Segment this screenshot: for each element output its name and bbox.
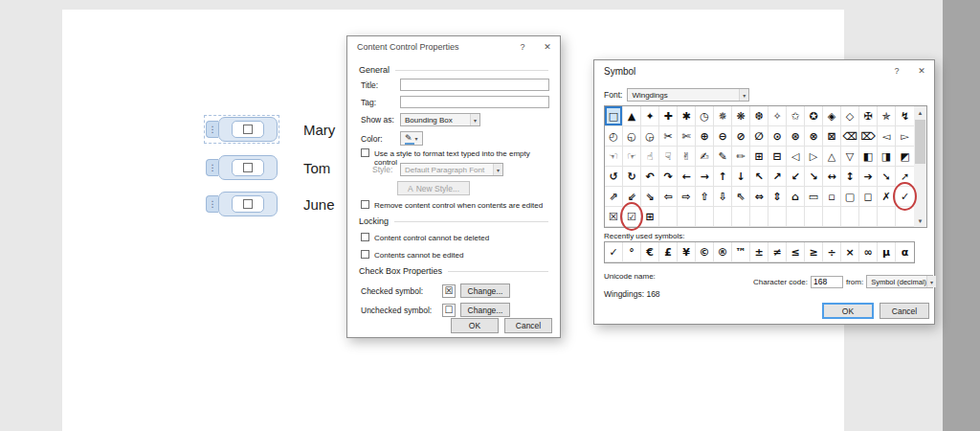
symbol-cell[interactable]: ⊙ (768, 126, 787, 147)
symbol-cell[interactable]: □ (605, 106, 623, 126)
symbol-cell[interactable]: ↖ (750, 167, 768, 187)
symbol-cell[interactable]: ◶ (641, 126, 659, 147)
symbol-cell[interactable]: ❆ (750, 106, 768, 126)
symbol-cell[interactable]: ◇ (841, 106, 859, 126)
symbol-cell[interactable]: ⇗ (605, 187, 623, 207)
symbol-cell[interactable]: ⊘ (732, 126, 750, 147)
symbol-cell[interactable]: ↷ (659, 167, 678, 187)
checkbox-content-control[interactable]: ⋮ (206, 192, 278, 216)
symbol-cell[interactable]: ⊖ (714, 126, 732, 147)
symbol-cell[interactable]: ✵ (714, 106, 732, 126)
scroll-down-icon[interactable]: ▼ (914, 215, 926, 227)
symbol-cell[interactable]: ⇙ (623, 187, 641, 207)
symbol-cell[interactable]: △ (823, 147, 841, 167)
symbol-grid-scrollbar[interactable]: ▲ ▼ (914, 105, 927, 228)
symbol-cell[interactable]: ↻ (623, 167, 641, 187)
symbol-cell[interactable]: ⌫ (841, 126, 859, 147)
symbol-cell[interactable]: ⇦ (659, 187, 678, 207)
ok-button[interactable]: OK (822, 303, 874, 319)
symbol-cell[interactable] (732, 207, 750, 227)
symbol-cell[interactable]: ✩ (787, 106, 805, 126)
symbol-cell[interactable]: → (696, 167, 714, 187)
scroll-up-icon[interactable]: ▲ (914, 106, 926, 119)
recent-symbol-cell[interactable]: ∞ (859, 242, 878, 262)
symbol-cell[interactable]: ✂ (659, 126, 678, 147)
recent-symbol-cell[interactable]: £ (659, 242, 678, 262)
symbol-cell[interactable]: ✦ (641, 106, 659, 126)
symbol-cell[interactable]: ↺ (605, 167, 623, 187)
remove-control-checkbox[interactable]: Remove content control when contents are… (361, 201, 552, 210)
symbol-cell[interactable]: ⇧ (696, 187, 714, 207)
symbol-cell[interactable]: ↑ (714, 167, 732, 187)
dialog-titlebar[interactable]: Symbol ? ✕ (594, 60, 934, 81)
help-button[interactable]: ? (510, 36, 535, 57)
recent-symbol-cell[interactable]: © (696, 242, 714, 262)
symbol-cell[interactable]: ☟ (659, 147, 678, 167)
symbol-cell[interactable]: ☞ (623, 147, 641, 167)
color-picker-button[interactable]: ✎ ▾ (400, 131, 423, 146)
change-checked-button[interactable]: Change... (460, 284, 510, 298)
symbol-cell[interactable]: ✚ (659, 106, 678, 126)
symbol-cell[interactable]: ◈ (823, 106, 841, 126)
symbol-cell[interactable]: ▭ (805, 187, 823, 207)
recent-symbol-cell[interactable]: × (841, 242, 859, 262)
symbol-cell[interactable]: ✱ (678, 106, 696, 126)
cancel-button[interactable]: Cancel (880, 303, 929, 319)
title-input[interactable] (400, 79, 549, 91)
symbol-cell[interactable]: ✄ (678, 126, 696, 147)
tag-input[interactable] (400, 96, 549, 108)
symbol-cell[interactable]: ✗ (878, 187, 896, 207)
help-button[interactable]: ? (884, 60, 909, 81)
symbol-cell[interactable]: ◁ (787, 147, 805, 167)
symbol-cell[interactable]: ↘ (805, 167, 823, 187)
symbol-cell[interactable]: ☒ (605, 207, 623, 227)
symbol-cell[interactable]: ✓ (896, 187, 914, 207)
symbol-cell[interactable]: ↯ (896, 106, 914, 126)
symbol-cell[interactable] (678, 207, 696, 227)
symbol-cell[interactable]: ✪ (805, 106, 823, 126)
symbol-cell[interactable]: ⇔ (750, 187, 768, 207)
symbol-cell[interactable]: ✧ (768, 106, 787, 126)
symbol-cell[interactable]: ◧ (859, 147, 878, 167)
symbol-cell[interactable] (696, 207, 714, 227)
cannot-delete-checkbox[interactable]: Content control cannot be deleted (361, 234, 552, 242)
from-dropdown[interactable]: Symbol (decimal) ▾ (866, 275, 933, 288)
symbol-cell[interactable]: ❋ (732, 106, 750, 126)
symbol-cell[interactable]: ⇕ (768, 187, 787, 207)
symbol-cell[interactable] (823, 207, 841, 227)
change-unchecked-button[interactable]: Change... (460, 303, 510, 317)
symbol-cell[interactable]: ◷ (696, 106, 714, 126)
symbol-cell[interactable]: ⊛ (787, 126, 805, 147)
symbol-cell[interactable]: ↗ (768, 167, 787, 187)
symbol-cell[interactable] (787, 207, 805, 227)
symbol-cell[interactable]: ↓ (732, 167, 750, 187)
symbol-cell[interactable]: ◵ (623, 126, 641, 147)
symbol-cell[interactable]: ← (678, 167, 696, 187)
symbol-cell[interactable]: ▻ (896, 126, 914, 147)
recent-symbol-cell[interactable]: α (896, 242, 914, 262)
symbol-cell[interactable]: ⊗ (805, 126, 823, 147)
scrollbar-thumb[interactable] (915, 120, 925, 164)
symbol-cell[interactable]: ▢ (841, 187, 859, 207)
symbol-cell[interactable]: ▷ (805, 147, 823, 167)
symbol-cell[interactable]: ↶ (641, 167, 659, 187)
symbol-cell[interactable]: ✎ (714, 147, 732, 167)
symbol-cell[interactable] (750, 207, 768, 227)
symbol-cell[interactable]: ↙ (787, 167, 805, 187)
recent-symbol-cell[interactable]: ✓ (605, 242, 623, 262)
symbol-cell[interactable]: ⇨ (678, 187, 696, 207)
style-dropdown[interactable]: Default Paragraph Font ▾ (400, 163, 503, 176)
symbol-cell[interactable]: ✍ (696, 147, 714, 167)
recent-symbol-cell[interactable]: ÷ (823, 242, 841, 262)
content-control-grip[interactable]: ⋮ (206, 195, 218, 213)
recent-symbol-cell[interactable]: ™ (732, 242, 750, 262)
symbol-cell[interactable]: ✌ (678, 147, 696, 167)
symbol-cell[interactable]: ⊞ (641, 207, 659, 227)
close-icon[interactable]: ✕ (909, 60, 934, 81)
new-style-button[interactable]: A New Style... (397, 181, 470, 195)
symbol-cell[interactable]: ➚ (896, 167, 914, 187)
cancel-button[interactable]: Cancel (504, 318, 552, 333)
recent-symbol-cell[interactable]: ® (714, 242, 732, 262)
symbol-cell[interactable]: ✏ (732, 147, 750, 167)
symbol-cell[interactable]: ∅ (750, 126, 768, 147)
